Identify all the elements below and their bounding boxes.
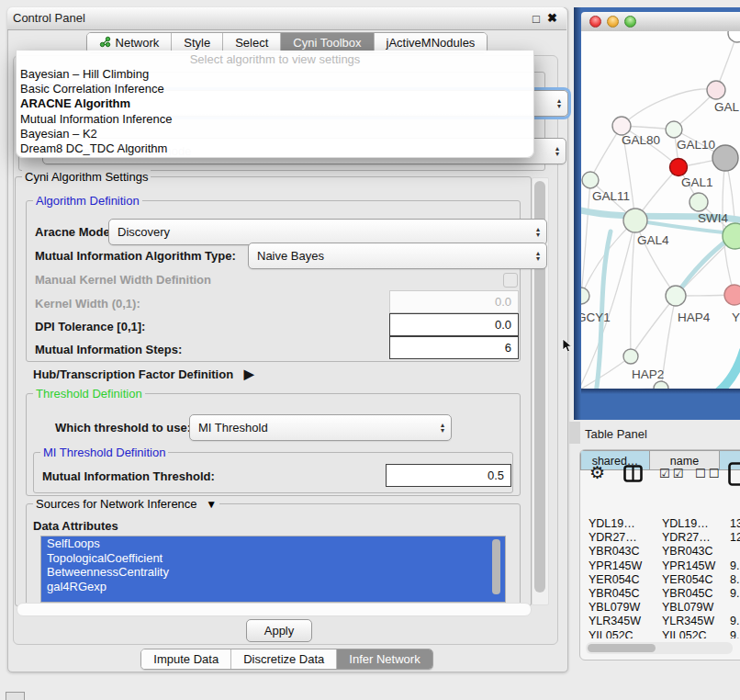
network-window-titlebar[interactable] bbox=[581, 12, 740, 32]
network-node[interactable] bbox=[582, 172, 599, 188]
manual-kernel-checkbox[interactable] bbox=[503, 273, 518, 288]
table-row[interactable]: YER054CYER054C8. bbox=[584, 573, 740, 587]
network-node[interactable] bbox=[723, 223, 740, 249]
network-node[interactable] bbox=[623, 349, 638, 364]
table-cell[interactable]: YDR27… bbox=[654, 531, 723, 545]
dpi-tolerance-field[interactable]: 0.0 bbox=[389, 313, 519, 336]
table-scrollbar-thumb[interactable] bbox=[588, 644, 656, 652]
network-node[interactable] bbox=[724, 285, 740, 305]
table-cell[interactable]: 8. bbox=[723, 573, 740, 587]
select-all-icon[interactable]: ☑☑ bbox=[659, 467, 686, 480]
close-icon[interactable]: ✖ bbox=[547, 11, 557, 25]
network-node[interactable] bbox=[666, 121, 682, 138]
table-cell[interactable]: YER054C bbox=[654, 573, 723, 587]
table-cell[interactable]: YIL052C bbox=[654, 629, 723, 639]
table-row[interactable]: YPR145WYPR145W9. bbox=[584, 559, 740, 573]
attribute-item-betweennesscentrality[interactable]: BetweennessCentrality bbox=[41, 565, 505, 580]
algorithm-option-aracne-algorithm[interactable]: ARACNE Algorithm bbox=[17, 96, 533, 111]
network-node[interactable] bbox=[623, 209, 647, 232]
table-row[interactable]: YIL052CYIL052C9. bbox=[584, 629, 740, 639]
attribute-item-selfloops[interactable]: SelfLoops bbox=[41, 536, 505, 551]
tab-jactivemnodules[interactable]: jActiveMNodules bbox=[374, 33, 488, 52]
table-cell[interactable]: YDL19… bbox=[584, 517, 654, 531]
table-row[interactable]: YBR045CYBR045C9. bbox=[584, 587, 740, 601]
network-node[interactable] bbox=[612, 117, 631, 135]
table-cell[interactable]: YBR045C bbox=[654, 587, 723, 601]
settings-horizontal-scrollbar[interactable] bbox=[17, 603, 532, 616]
corner-partial-button[interactable] bbox=[6, 692, 25, 700]
table-row[interactable]: YLR345WYLR345W9. bbox=[584, 615, 740, 628]
network-node[interactable] bbox=[654, 381, 668, 389]
kernel-width-field[interactable]: 0.0 bbox=[389, 290, 519, 313]
attribute-item-gal4rgexp[interactable]: gal4RGexp bbox=[41, 580, 505, 594]
bottom-tab-infer-network[interactable]: Infer Network bbox=[336, 649, 432, 669]
attribute-item[interactable] bbox=[41, 593, 505, 603]
panel-splitter[interactable] bbox=[569, 422, 580, 444]
algorithm-option-bayesian-k2[interactable]: Bayesian – K2 bbox=[17, 127, 533, 141]
table-cell[interactable]: YIL052C bbox=[584, 629, 654, 639]
network-node[interactable] bbox=[670, 159, 688, 176]
tab-cyni-toolbox[interactable]: Cyni Toolbox bbox=[280, 33, 373, 52]
table-cell[interactable]: YER054C bbox=[584, 573, 654, 587]
network-node[interactable] bbox=[707, 81, 725, 99]
network-node[interactable] bbox=[666, 286, 686, 306]
network-node[interactable] bbox=[581, 288, 589, 304]
bottom-tab-discretize-data[interactable]: Discretize Data bbox=[230, 649, 336, 669]
table-row[interactable]: YBR043CYBR043C bbox=[584, 545, 740, 559]
tab-style[interactable]: Style bbox=[171, 33, 222, 52]
table-cell[interactable]: YDR27… bbox=[584, 531, 654, 545]
expanded-arrow-icon[interactable]: ▼ bbox=[206, 498, 217, 511]
table-row[interactable]: YDR27…YDR27…12 bbox=[584, 531, 740, 545]
mi-type-select[interactable]: Naive Bayes ▴▾ bbox=[248, 243, 547, 269]
algorithm-option-bayesian-hill-climbing[interactable]: Bayesian – Hill Climbing bbox=[17, 67, 533, 82]
deselect-all-icon[interactable]: ☐☐ bbox=[695, 467, 722, 480]
sources-group-title[interactable]: Sources for Network Inference ▼ bbox=[33, 497, 219, 511]
network-node[interactable] bbox=[712, 145, 738, 171]
table-cell[interactable]: 9. bbox=[723, 629, 740, 639]
mi-steps-field[interactable]: 6 bbox=[389, 336, 519, 359]
network-canvas[interactable]: GALGAL80GAL10GAL1GAL11SWI4GAL4GCY1HAP4YH… bbox=[581, 31, 740, 389]
table-cell[interactable]: YBR045C bbox=[584, 587, 654, 601]
apply-button[interactable]: Apply bbox=[246, 619, 312, 642]
table-horizontal-scrollbar[interactable] bbox=[586, 642, 733, 654]
table-row[interactable]: YBL079WYBL079W bbox=[584, 601, 740, 615]
bottom-tab-impute-data[interactable]: Impute Data bbox=[141, 649, 230, 669]
table-cell[interactable]: YLR345W bbox=[584, 615, 654, 628]
attributes-scrollbar-thumb[interactable] bbox=[492, 539, 500, 594]
function-builder-icon[interactable] bbox=[728, 462, 740, 491]
data-attributes-list[interactable]: SelfLoopsTopologicalCoefficientBetweenne… bbox=[40, 536, 506, 603]
table-cell[interactable]: 9. bbox=[723, 559, 740, 573]
collapsed-arrow-icon[interactable]: ▶ bbox=[244, 367, 254, 381]
table-cell[interactable]: YBL079W bbox=[584, 601, 654, 615]
float-window-icon[interactable]: □ bbox=[533, 12, 540, 26]
table-cell[interactable]: 9. bbox=[723, 615, 740, 628]
settings-gear-icon[interactable]: ⚙ bbox=[589, 462, 605, 483]
attribute-item-topologicalcoefficient[interactable]: TopologicalCoefficient bbox=[41, 551, 505, 566]
table-cell[interactable]: 9. bbox=[723, 587, 740, 601]
algorithm-option-dream8-dc-tdc-algorithm[interactable]: Dream8 DC_TDC Algorithm bbox=[17, 141, 533, 156]
table-cell[interactable]: YDL19… bbox=[654, 517, 723, 531]
network-node[interactable] bbox=[728, 31, 740, 42]
algorithm-option-mutual-information-inference[interactable]: Mutual Information Inference bbox=[17, 112, 533, 127]
table-cell[interactable]: YBR043C bbox=[654, 545, 723, 559]
tab-select[interactable]: Select bbox=[222, 33, 280, 52]
table-cell[interactable]: YPR145W bbox=[654, 559, 723, 573]
table-row[interactable]: YDL19…YDL19…13 bbox=[584, 517, 740, 531]
zoom-traffic-light[interactable] bbox=[624, 16, 636, 28]
table-cell[interactable]: YLR345W bbox=[654, 615, 723, 628]
which-threshold-select[interactable]: MI Threshold ▴▾ bbox=[189, 414, 452, 441]
tab-network[interactable]: Network bbox=[87, 33, 172, 52]
hub-definition-toggle[interactable]: Hub/Transcription Factor Definition ▶ bbox=[33, 367, 254, 381]
close-traffic-light[interactable] bbox=[589, 16, 601, 28]
table-cell[interactable]: 12 bbox=[723, 531, 740, 545]
table-cell[interactable]: YBL079W bbox=[654, 601, 723, 615]
table-cell[interactable]: 13 bbox=[723, 517, 740, 531]
column-layout-icon[interactable] bbox=[623, 464, 643, 487]
aracne-mode-select[interactable]: Discovery ▴▾ bbox=[108, 219, 547, 245]
minimize-traffic-light[interactable] bbox=[607, 16, 619, 28]
table-cell[interactable]: YBR043C bbox=[584, 545, 654, 559]
network-node[interactable] bbox=[690, 193, 708, 211]
algorithm-option-basic-correlation-inference[interactable]: Basic Correlation Inference bbox=[17, 82, 533, 96]
mi-threshold-field[interactable]: 0.5 bbox=[386, 464, 511, 487]
table-cell[interactable]: YPR145W bbox=[584, 559, 654, 573]
